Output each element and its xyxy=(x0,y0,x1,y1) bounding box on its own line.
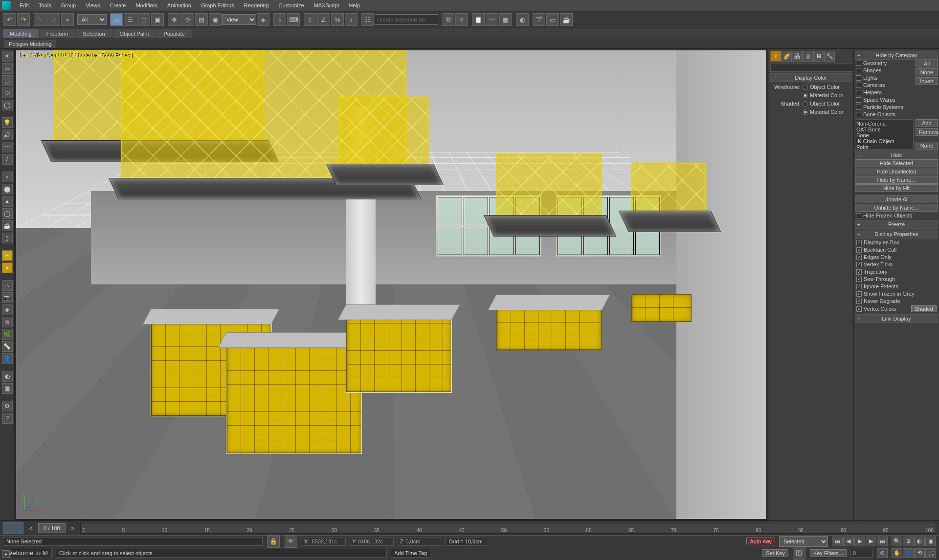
menu-create[interactable]: Create xyxy=(105,1,131,10)
viewport-label[interactable]: [ + ] [ VRayCam001 ] [ Shaded + 45609 Fa… xyxy=(19,52,133,58)
nav-maximize-button[interactable]: ⛶ xyxy=(925,548,936,558)
rollout-display-props[interactable]: −Display Properties xyxy=(855,230,938,238)
rendered-frame-button[interactable]: ▭ xyxy=(546,13,559,26)
radio-wf-material[interactable] xyxy=(803,93,808,98)
named-selection-edit-button[interactable]: ☷ xyxy=(361,13,374,26)
menu-edit[interactable]: Edit xyxy=(15,1,34,10)
percent-snap-button[interactable]: % xyxy=(331,13,344,26)
nav-zoom-button[interactable]: 🔍 xyxy=(892,537,902,546)
frame-indicator[interactable]: 0 / 100 xyxy=(38,523,66,533)
btn-cat-all[interactable]: All xyxy=(916,60,938,67)
setkey-button[interactable]: Set Key xyxy=(762,549,788,557)
btn-hide-by-name[interactable]: Hide by Name... xyxy=(855,176,938,184)
tool-prim-torus[interactable]: ◯ xyxy=(2,208,13,219)
track-next-key[interactable]: > xyxy=(68,525,77,531)
cmdtab-create[interactable]: ✳ xyxy=(770,51,781,62)
chk-cameras[interactable] xyxy=(856,83,861,88)
cmdtab-motion[interactable]: ◎ xyxy=(803,51,813,62)
tool-particles[interactable]: ∴ xyxy=(2,280,13,291)
select-object-button[interactable]: ▭ xyxy=(110,13,123,26)
rollout-hide[interactable]: −Hide xyxy=(855,151,938,159)
mirror-button[interactable]: ⧉ xyxy=(442,13,454,26)
tool-render[interactable]: ▦ xyxy=(2,383,13,394)
selection-region-button[interactable]: ◻ xyxy=(137,13,150,26)
btn-list-remove[interactable]: Remove xyxy=(916,128,938,136)
ribbon-tab-selection[interactable]: Selection xyxy=(76,29,112,38)
tool-sky[interactable]: ● xyxy=(2,262,13,273)
tool-prim-box[interactable]: ▫ xyxy=(2,172,13,182)
menu-help[interactable]: Help xyxy=(344,1,365,10)
tool-plane[interactable]: ▭ xyxy=(2,63,13,74)
ref-coord-combo[interactable]: View xyxy=(222,14,256,25)
time-tag-button[interactable]: Add Time Tag xyxy=(391,549,430,558)
select-move-button[interactable]: ✥ xyxy=(168,13,180,26)
btn-cat-invert[interactable]: Invert xyxy=(916,77,938,85)
coord-y-input[interactable] xyxy=(358,538,391,544)
select-scale-button[interactable]: ▤ xyxy=(195,13,208,26)
selection-lock-icon[interactable]: 🔒 xyxy=(267,535,280,548)
chk-vertex-ticks[interactable] xyxy=(856,262,862,267)
autokey-button[interactable]: Auto Key xyxy=(746,538,775,545)
named-selection-input[interactable] xyxy=(375,14,438,25)
tool-prim-tube[interactable]: ▯ xyxy=(2,233,13,243)
render-setup-button[interactable]: 🎬 xyxy=(533,13,545,26)
chk-backface-cull[interactable] xyxy=(856,247,862,253)
menu-tools[interactable]: Tools xyxy=(34,1,56,10)
btn-hide-by-hit[interactable]: Hide by Hit xyxy=(855,184,938,192)
cmdtab-utilities[interactable]: 🔧 xyxy=(824,51,835,62)
cmdtab-modify[interactable]: 🌈 xyxy=(781,51,792,62)
chk-edges-only[interactable] xyxy=(856,255,862,260)
tool-cylinder[interactable]: ⬭ xyxy=(2,87,13,98)
play-button[interactable]: ▶ xyxy=(854,537,865,546)
chk-geometry[interactable] xyxy=(856,61,861,66)
chk-particles[interactable] xyxy=(856,105,861,110)
btn-list-none[interactable]: None xyxy=(916,142,938,150)
subtab-polymodeling[interactable]: Polygon Modeling xyxy=(4,40,56,48)
bind-spacewarp-button[interactable]: ≈ xyxy=(61,13,74,26)
btn-unhide-by-name[interactable]: Unhide by Name... xyxy=(855,204,938,212)
unlink-button[interactable]: ⟋ xyxy=(47,13,60,26)
coord-z-input[interactable] xyxy=(405,538,439,544)
rollout-link-display[interactable]: +Link Display xyxy=(855,314,938,323)
nav-zoom-all-button[interactable]: ⊞ xyxy=(903,537,914,546)
select-rotate-button[interactable]: ⟳ xyxy=(181,13,194,26)
app-icon[interactable] xyxy=(2,1,11,10)
manipulate-button[interactable]: ⬨ xyxy=(273,13,286,26)
tool-prim-sphere[interactable]: ⬤ xyxy=(2,184,13,194)
goto-start-button[interactable]: ⏮ xyxy=(832,537,843,546)
nav-orbit-button[interactable]: ⟲ xyxy=(914,548,925,558)
link-button[interactable]: ⟍ xyxy=(34,13,46,26)
chk-display-as-box[interactable] xyxy=(856,240,862,245)
maxscript-mini-listener[interactable] xyxy=(3,548,52,558)
key-icon[interactable]: ⚿ xyxy=(793,547,805,560)
key-mode-combo[interactable]: Selected xyxy=(779,536,828,547)
tool-help[interactable]: ? xyxy=(2,413,13,424)
ribbon-tab-modeling[interactable]: Modeling xyxy=(3,29,39,38)
tool-bones[interactable]: 🦴 xyxy=(2,341,13,352)
tool-light[interactable]: 💡 xyxy=(2,117,13,128)
radio-sh-material[interactable] xyxy=(803,109,808,115)
tool-spacewarps[interactable]: ≋ xyxy=(2,317,13,327)
cmdtab-hierarchy[interactable]: 品 xyxy=(792,51,803,62)
keyboard-shortcut-toggle[interactable]: ⌨ xyxy=(287,13,300,26)
chk-shapes[interactable] xyxy=(856,68,861,73)
chk-see-through[interactable] xyxy=(856,277,862,282)
chk-bones[interactable] xyxy=(856,112,861,117)
ribbon-tab-freeform[interactable]: Freeform xyxy=(40,29,75,38)
prev-frame-button[interactable]: ◀ xyxy=(843,537,854,546)
chk-helpers[interactable] xyxy=(856,90,861,95)
tool-sphere[interactable]: ◯ xyxy=(2,100,13,110)
snap-2d-button[interactable]: 2 xyxy=(304,13,316,26)
ribbon-tab-populate[interactable]: Populate xyxy=(156,29,191,38)
angle-snap-button[interactable]: ∠ xyxy=(317,13,330,26)
track-prev-key[interactable]: < xyxy=(26,525,35,531)
nav-walk-button[interactable]: 👣 xyxy=(903,548,914,558)
menu-animation[interactable]: Animation xyxy=(162,1,196,10)
btn-hide-unselected[interactable]: Hide Unselected xyxy=(855,168,938,175)
btn-cat-none[interactable]: None xyxy=(916,68,938,76)
ribbon-tab-objectpaint[interactable]: Object Paint xyxy=(113,29,156,38)
coord-x-input[interactable] xyxy=(310,538,343,544)
btn-unhide-all[interactable]: Unhide All xyxy=(855,195,938,203)
pivot-center-button[interactable]: ◈ xyxy=(257,13,269,26)
tool-biped[interactable]: 👤 xyxy=(2,353,13,364)
